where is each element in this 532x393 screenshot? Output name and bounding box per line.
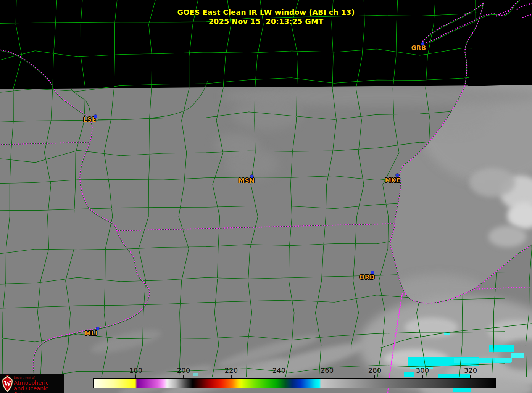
logo-dept-line: Department of: [14, 376, 64, 379]
goes-satellite-viewer: GOES East Clean IR LW window (ABI ch 13)…: [0, 0, 532, 393]
station-dot-ORD: [371, 271, 374, 274]
colorbar-tick-label: 240: [272, 366, 285, 374]
crest-letter: W: [4, 380, 11, 388]
uw-crest-icon: W: [1, 375, 14, 393]
colorbar-tick-mark: [231, 375, 232, 378]
satellite-map: [0, 0, 532, 393]
station-dot-MKE: [396, 174, 399, 177]
station-dot-MSN: [250, 175, 253, 178]
image-timestamp: 2025 Nov 15 20:13:25 GMT: [0, 17, 532, 26]
temperature-colorbar: [93, 378, 496, 388]
station-dot-LSE: [94, 115, 97, 118]
colorbar-tick-mark: [374, 375, 375, 378]
station-label-MSN: MSN: [239, 177, 255, 184]
logo-line2: and Oceanic Sciences: [14, 386, 64, 393]
colorbar-tick-label: 280: [368, 366, 381, 374]
logo-text: Department of Atmospheric and Oceanic Sc…: [14, 376, 64, 393]
station-label-GRB: GRB: [411, 44, 426, 52]
uw-aos-logo: W Department of Atmospheric and Oceanic …: [0, 374, 64, 393]
colorbar-tick-mark: [135, 375, 136, 378]
logo-line1: Atmospheric: [14, 380, 64, 386]
image-title: GOES East Clean IR LW window (ABI ch 13): [0, 8, 532, 16]
colorbar-tick-mark: [279, 375, 279, 378]
colorbar-tick-mark: [183, 375, 184, 378]
station-label-MKE: MKE: [385, 177, 401, 184]
colorbar-tick-label: 320: [464, 366, 477, 374]
colorbar-tick-label: 300: [416, 366, 429, 374]
colorbar-tick-label: 220: [225, 366, 238, 374]
station-label-MLI: MLI: [85, 330, 98, 337]
colorbar-tick-mark: [422, 375, 423, 378]
colorbar-tick-label: 260: [321, 366, 334, 374]
colorbar-tick-label: 200: [177, 366, 190, 374]
station-dot-MLI: [96, 327, 99, 330]
station-dot-GRB: [421, 42, 424, 45]
colorbar-tick-label: 180: [129, 366, 142, 374]
colorbar-tick-mark: [327, 375, 327, 378]
colorbar-tick-mark: [470, 375, 471, 378]
station-label-ORD: ORD: [360, 274, 375, 281]
